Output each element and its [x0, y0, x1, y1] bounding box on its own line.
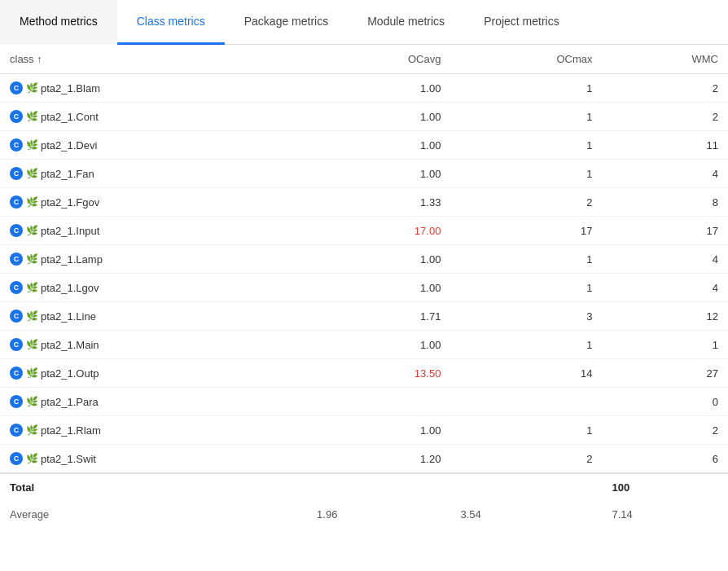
- table-row[interactable]: C🌿pta2_1.Fan1.0014: [0, 160, 728, 188]
- class-icon: C: [10, 310, 23, 323]
- col-header-wmc: WMC: [602, 45, 728, 74]
- cell-ocmax: 1: [450, 416, 602, 445]
- class-name-text: pta2_1.Devi: [41, 139, 97, 152]
- cell-ocavg: 1.00: [307, 274, 450, 302]
- cell-ocmax: 1: [450, 274, 602, 302]
- cell-class-name: C🌿pta2_1.Lamp: [0, 245, 307, 274]
- total-wmc: 100: [602, 473, 728, 501]
- cell-class-name: C🌿pta2_1.Swit: [0, 445, 307, 474]
- average-wmc: 7.14: [602, 501, 728, 528]
- cell-class-name: C🌿pta2_1.Line: [0, 302, 307, 331]
- class-name-text: pta2_1.Blam: [41, 82, 100, 94]
- leaf-icon: 🌿: [26, 339, 37, 350]
- table-row[interactable]: C🌿pta2_1.Outp13.501427: [0, 359, 728, 388]
- cell-class-name: C🌿pta2_1.Devi: [0, 131, 307, 160]
- table-header: class ↑OCavgOCmaxWMC: [0, 45, 728, 74]
- cell-ocmax: 1: [450, 245, 602, 274]
- total-label: Total: [0, 473, 307, 501]
- cell-class-name: C🌿pta2_1.Fan: [0, 160, 307, 188]
- cell-class-name: C🌿pta2_1.Main: [0, 331, 307, 359]
- leaf-icon: 🌿: [26, 424, 37, 436]
- tab-package[interactable]: Package metrics: [225, 0, 348, 45]
- cell-class-name: C🌿pta2_1.Lgov: [0, 274, 307, 302]
- col-header-ocavg: OCavg: [307, 45, 450, 74]
- table-row[interactable]: C🌿pta2_1.Cont1.0012: [0, 103, 728, 131]
- cell-class-name: C🌿pta2_1.Fgov: [0, 188, 307, 217]
- cell-ocmax: 14: [450, 359, 602, 388]
- cell-ocmax: 1: [450, 103, 602, 131]
- cell-wmc: 2: [602, 416, 728, 445]
- cell-ocavg: 1.00: [307, 331, 450, 359]
- cell-wmc: 4: [602, 274, 728, 302]
- class-name-text: pta2_1.Lgov: [41, 282, 99, 294]
- cell-wmc: 2: [602, 74, 728, 103]
- cell-ocavg: 17.00: [307, 217, 450, 245]
- class-name-text: pta2_1.Fan: [41, 168, 94, 180]
- table-row[interactable]: C🌿pta2_1.Devi1.00111: [0, 131, 728, 160]
- leaf-icon: 🌿: [26, 396, 37, 407]
- leaf-icon: 🌿: [26, 253, 37, 265]
- class-name-text: pta2_1.Rlam: [41, 424, 101, 437]
- class-icon: C: [10, 281, 23, 294]
- cell-class-name: C🌿pta2_1.Outp: [0, 359, 307, 388]
- table-row[interactable]: C🌿pta2_1.Rlam1.0012: [0, 416, 728, 445]
- leaf-icon: 🌿: [26, 367, 37, 379]
- leaf-icon: 🌿: [26, 225, 37, 236]
- total-ocavg: [307, 473, 450, 501]
- cell-ocavg: 1.00: [307, 160, 450, 188]
- cell-ocavg: 1.00: [307, 245, 450, 274]
- cell-wmc: 8: [602, 188, 728, 217]
- class-name-text: pta2_1.Para: [41, 396, 99, 408]
- tab-module[interactable]: Module metrics: [348, 0, 464, 45]
- class-name-text: pta2_1.Outp: [41, 367, 99, 380]
- class-name-text: pta2_1.Fgov: [41, 196, 99, 209]
- tab-project[interactable]: Project metrics: [464, 0, 579, 45]
- tab-method[interactable]: Method metrics: [0, 0, 117, 45]
- cell-ocavg: 1.00: [307, 74, 450, 103]
- table-row[interactable]: C🌿pta2_1.Lamp1.0014: [0, 245, 728, 274]
- table-row[interactable]: C🌿pta2_1.Swit1.2026: [0, 445, 728, 474]
- table-row[interactable]: C🌿pta2_1.Line1.71312: [0, 302, 728, 331]
- col-header-class[interactable]: class ↑: [0, 45, 307, 74]
- cell-ocavg: 13.50: [307, 359, 450, 388]
- cell-ocmax: 1: [450, 74, 602, 103]
- cell-wmc: 2: [602, 103, 728, 131]
- cell-ocavg: 1.71: [307, 302, 450, 331]
- cell-ocmax: 17: [450, 217, 602, 245]
- leaf-icon: 🌿: [26, 82, 37, 94]
- table-row[interactable]: C🌿pta2_1.Blam1.0012: [0, 74, 728, 103]
- class-icon: C: [10, 395, 23, 408]
- average-row: Average1.963.547.14: [0, 501, 728, 528]
- cell-wmc: 0: [602, 388, 728, 416]
- cell-ocavg: 1.20: [307, 445, 450, 474]
- class-name-text: pta2_1.Swit: [41, 453, 96, 465]
- table-row[interactable]: C🌿pta2_1.Para0: [0, 388, 728, 416]
- cell-wmc: 12: [602, 302, 728, 331]
- metrics-table-container: class ↑OCavgOCmaxWMC C🌿pta2_1.Blam1.0012…: [0, 45, 728, 528]
- leaf-icon: 🌿: [26, 282, 37, 293]
- class-icon: C: [10, 253, 23, 266]
- cell-class-name: C🌿pta2_1.Para: [0, 388, 307, 416]
- average-ocmax: 3.54: [450, 501, 602, 528]
- cell-class-name: C🌿pta2_1.Blam: [0, 74, 307, 103]
- class-icon: C: [10, 424, 23, 437]
- cell-ocavg: 1.00: [307, 103, 450, 131]
- class-metrics-table: class ↑OCavgOCmaxWMC C🌿pta2_1.Blam1.0012…: [0, 45, 728, 528]
- table-row[interactable]: C🌿pta2_1.Main1.0011: [0, 331, 728, 359]
- class-icon: C: [10, 452, 23, 465]
- cell-class-name: C🌿pta2_1.Input: [0, 217, 307, 245]
- class-icon: C: [10, 81, 23, 94]
- table-row[interactable]: C🌿pta2_1.Input17.001717: [0, 217, 728, 245]
- leaf-icon: 🌿: [26, 310, 37, 322]
- col-header-ocmax: OCmax: [450, 45, 602, 74]
- class-name-text: pta2_1.Line: [41, 310, 96, 323]
- table-row[interactable]: C🌿pta2_1.Lgov1.0014: [0, 274, 728, 302]
- class-name-text: pta2_1.Lamp: [41, 253, 103, 266]
- table-row[interactable]: C🌿pta2_1.Fgov1.3328: [0, 188, 728, 217]
- class-icon: C: [10, 110, 23, 123]
- class-name-text: pta2_1.Main: [41, 339, 99, 351]
- average-ocavg: 1.96: [307, 501, 450, 528]
- class-name-text: pta2_1.Cont: [41, 111, 99, 123]
- cell-ocmax: 2: [450, 445, 602, 474]
- tab-class[interactable]: Class metrics: [117, 0, 225, 45]
